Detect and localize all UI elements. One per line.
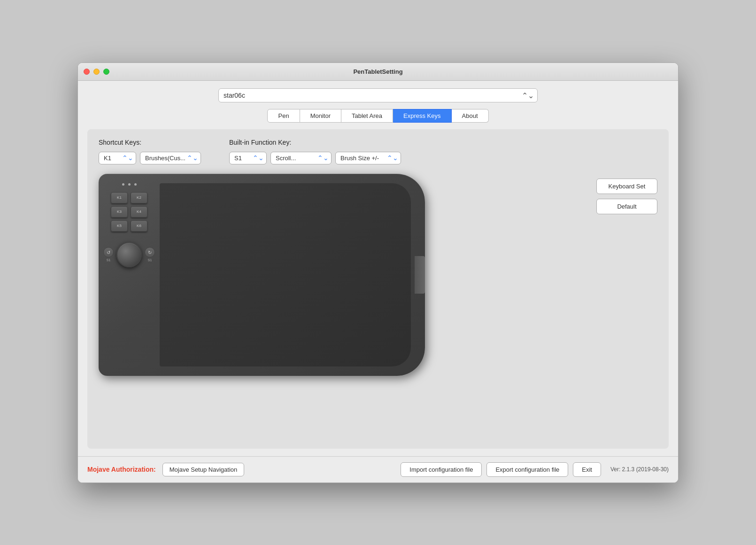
keyboard-set-button[interactable]: Keyboard Set [596,179,657,194]
tab-monitor[interactable]: Monitor [300,109,341,123]
builtin-key-select[interactable]: S1 S2 [229,152,267,164]
scroll-wheel[interactable] [116,242,142,267]
tablet-key-k5[interactable]: K5 [111,220,128,232]
export-config-button[interactable]: Export configuration file [486,462,568,477]
shortcut-action-select[interactable]: Brushes(Cus... None Undo Redo [140,152,201,164]
tablet-key-row-3: K5 K6 [111,220,147,232]
tablet-key-k2[interactable]: K2 [131,192,147,203]
shortcut-keys-label: Shortcut Keys: [99,139,201,146]
tablet-and-buttons-row: K1 K2 K3 K4 K5 K6 [99,174,657,381]
shortcut-action-wrapper: Brushes(Cus... None Undo Redo ⌃⌄ [140,152,201,164]
tablet-image: K1 K2 K3 K4 K5 K6 [99,174,427,381]
default-button[interactable]: Default [596,199,657,214]
scroll-cw-icon[interactable]: ↻ [145,247,155,257]
mojave-setup-button[interactable]: Mojave Setup Navigation [162,463,245,476]
tab-tablet-area[interactable]: Tablet Area [341,109,393,123]
main-panel: Shortcut Keys: K1 K2 K3 K4 K5 K6 ⌃⌄ [87,129,669,449]
device-select[interactable]: star06c [218,88,538,102]
scroll-ccw-icon[interactable]: ↺ [103,247,114,257]
tablet-key-k1[interactable]: K1 [111,192,128,203]
shortcut-key-wrapper: K1 K2 K3 K4 K5 K6 ⌃⌄ [99,152,136,164]
scroll-left-label: S1 [107,258,111,262]
mojave-auth-label: Mojave Authorization: [87,466,156,473]
title-bar: PenTabletSetting [78,63,678,81]
tablet-body: K1 K2 K3 K4 K5 K6 [99,174,425,376]
device-selector-row: star06c ⌃⌄ [87,88,669,102]
tab-express-keys[interactable]: Express Keys [393,109,451,123]
tablet-side-grip [415,256,425,294]
builtin-extra-select[interactable]: Brush Size +/- None [335,152,401,164]
tablet-key-k3[interactable]: K3 [111,206,128,218]
traffic-lights [84,69,109,75]
tablet-left-panel: K1 K2 K3 K4 K5 K6 [99,174,160,376]
shortcut-keys-section: Shortcut Keys: K1 K2 K3 K4 K5 K6 ⌃⌄ [99,139,201,164]
right-buttons-area: Keyboard Set Default [596,179,657,214]
maximize-button[interactable] [103,69,109,75]
scroll-right-btn: ↻ S1 [145,247,155,262]
close-button[interactable] [84,69,90,75]
tablet-led-2 [128,183,131,186]
tablet-key-k4[interactable]: K4 [131,206,147,218]
bottom-right: Import configuration file Export configu… [401,462,669,477]
controls-row: Shortcut Keys: K1 K2 K3 K4 K5 K6 ⌃⌄ [99,139,657,164]
app-window: PenTabletSetting star06c ⌃⌄ Pen Monitor … [77,62,679,483]
tablet-led-1 [122,183,124,186]
builtin-dropdowns: S1 S2 ⌃⌄ Scroll... None Zoom ⌃⌄ [229,152,401,164]
builtin-extra-wrapper: Brush Size +/- None ⌃⌄ [335,152,401,164]
bottom-bar: Mojave Authorization: Mojave Setup Navig… [78,456,678,483]
tablet-key-row-1: K1 K2 [111,192,147,203]
scroll-right-label: S1 [148,258,152,262]
import-config-button[interactable]: Import configuration file [401,462,482,477]
tabs-row: Pen Monitor Tablet Area Express Keys Abo… [87,109,669,123]
window-title: PenTabletSetting [353,68,402,75]
tablet-key-k6[interactable]: K6 [131,220,147,232]
main-content: star06c ⌃⌄ Pen Monitor Tablet Area Expre… [78,81,678,456]
builtin-action-wrapper: Scroll... None Zoom ⌃⌄ [270,152,332,164]
shortcut-key-select[interactable]: K1 K2 K3 K4 K5 K6 [99,152,136,164]
builtin-label: Built-in Function Key: [229,139,401,146]
exit-button[interactable]: Exit [573,462,601,477]
device-select-wrapper: star06c ⌃⌄ [218,88,538,102]
builtin-function-key-section: Built-in Function Key: S1 S2 ⌃⌄ Scroll..… [229,139,401,164]
tablet-key-row-2: K3 K4 [111,206,147,218]
tablet-led-3 [134,183,137,186]
tab-pen[interactable]: Pen [267,109,300,123]
shortcut-dropdowns: K1 K2 K3 K4 K5 K6 ⌃⌄ Brushes(Cus.. [99,152,201,164]
tablet-leds [122,183,137,186]
scroll-left-btn: ↺ S1 [103,247,114,262]
builtin-action-select[interactable]: Scroll... None Zoom [270,152,332,164]
builtin-key-wrapper: S1 S2 ⌃⌄ [229,152,267,164]
minimize-button[interactable] [93,69,100,75]
tablet-scroll-area: ↺ S1 ↻ S1 [103,242,155,267]
tablet-active-area [160,183,411,366]
tab-about[interactable]: About [452,109,489,123]
version-label: Ver: 2.1.3 (2019-08-30) [606,466,669,473]
